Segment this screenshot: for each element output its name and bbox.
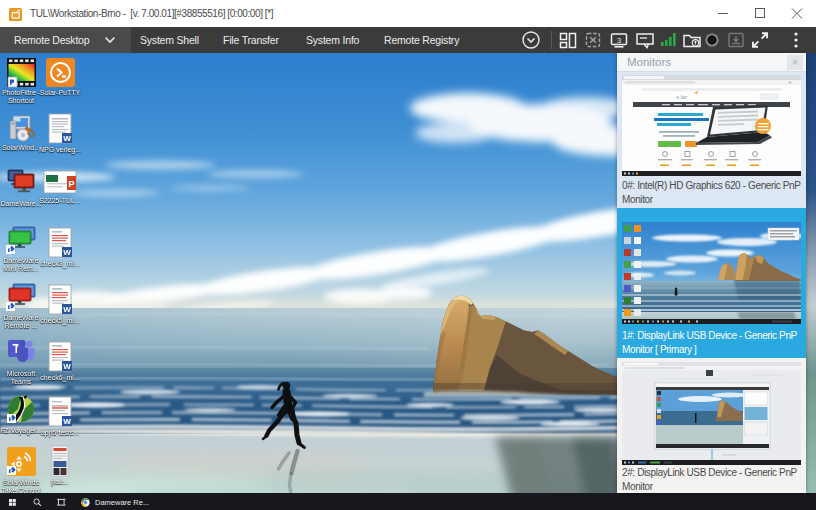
svg-text:W: W xyxy=(63,134,71,143)
svg-text:W: W xyxy=(63,417,71,426)
svg-text:s.lar: s.lar xyxy=(676,94,687,100)
svg-text:W: W xyxy=(63,305,71,314)
svg-text:W: W xyxy=(63,362,71,371)
svg-text:W: W xyxy=(63,248,71,257)
svg-text:3: 3 xyxy=(617,36,621,45)
svg-text:P: P xyxy=(68,179,74,189)
